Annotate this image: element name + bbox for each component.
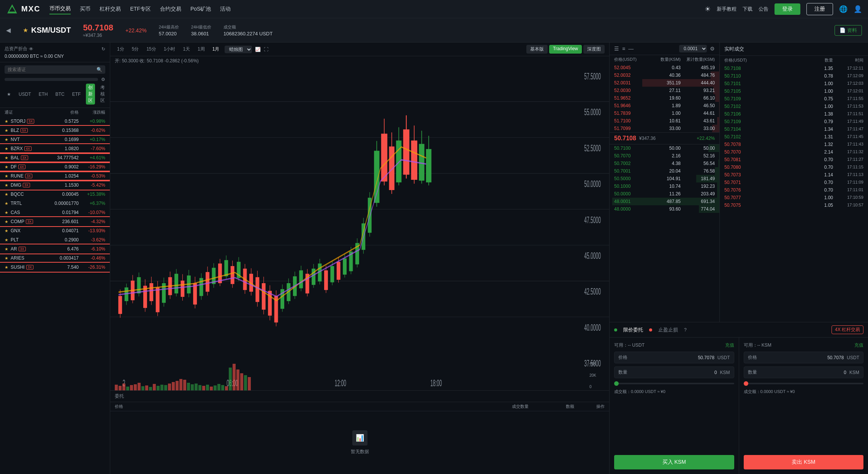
- list-item[interactable]: ★ GNX 0.04071 -13.93%: [0, 226, 110, 235]
- buy-order-row[interactable]: 50.0000 11.26 203.49: [610, 190, 719, 198]
- buy-order-row[interactable]: 50.7070 2.16 52.16: [610, 152, 719, 160]
- leverage-btn[interactable]: 4X 杠杆交易: [832, 325, 863, 334]
- nav-link-coin[interactable]: 币币交易: [49, 4, 71, 14]
- buy-order-row[interactable]: 50.7001 20.04 76.58: [610, 167, 719, 175]
- sidebar-tab-star[interactable]: ★: [5, 91, 13, 98]
- star-icon[interactable]: ★: [5, 155, 8, 160]
- star-icon[interactable]: ★: [5, 192, 8, 197]
- list-item[interactable]: ★ DMG 3X 1.1530 -5.42%: [0, 181, 110, 190]
- star-icon[interactable]: ★: [5, 210, 8, 215]
- nav-download[interactable]: 下载: [743, 6, 752, 13]
- sell-order-row[interactable]: 51.7099 33.00 33.00: [610, 125, 719, 132]
- ob-icon-half[interactable]: ≡: [622, 46, 625, 52]
- search-input[interactable]: [8, 67, 94, 72]
- sidebar-tab-etf[interactable]: ETF: [70, 91, 83, 98]
- nav-link-etf[interactable]: ETF专区: [130, 4, 150, 14]
- chart-expand-icon[interactable]: ⛶: [264, 47, 268, 52]
- ob-filter-select[interactable]: 0.0001: [679, 45, 707, 52]
- stop-loss-help-icon[interactable]: ?: [684, 327, 687, 333]
- buy-order-row[interactable]: 50.7100 50.00 50.00: [610, 144, 719, 152]
- sell-price-input[interactable]: 价格 50.7078 USDT: [744, 352, 864, 363]
- star-icon[interactable]: ★: [5, 137, 8, 142]
- back-arrow-icon[interactable]: ◀: [6, 27, 11, 34]
- time-btn-1h[interactable]: 1小时: [162, 45, 178, 53]
- chart-type-select[interactable]: 蜡烛图: [225, 46, 252, 53]
- star-icon[interactable]: ★: [5, 256, 8, 261]
- list-item[interactable]: ★ CAS 0.01794 -10.07%: [0, 208, 110, 217]
- nav-tutorial[interactable]: 新手教程: [717, 6, 737, 13]
- list-item[interactable]: ★ COMP 3X 236.601 -4.32%: [0, 217, 110, 226]
- ticker-star-icon[interactable]: ★: [23, 27, 28, 34]
- view-btn-basic[interactable]: 基本版: [526, 45, 548, 54]
- sell-order-row[interactable]: 52.0032 40.36 484.76: [610, 71, 719, 79]
- sell-order-row[interactable]: 52.0030 27.11 93.21: [610, 87, 719, 94]
- login-button[interactable]: 登录: [775, 3, 800, 15]
- star-icon[interactable]: ★: [5, 119, 8, 124]
- nav-link-margin[interactable]: 杠杆交易: [100, 4, 121, 14]
- ob-settings-icon[interactable]: ⚙: [710, 46, 715, 52]
- list-item[interactable]: ★ BLZ 5X 0.15368 -0.62%: [0, 126, 110, 135]
- list-item[interactable]: ★ AR 3X 6.476 -6.10%: [0, 244, 110, 254]
- time-btn-5m[interactable]: 5分: [130, 45, 141, 53]
- list-item[interactable]: ★ NVT 0.1699 +0.17%: [0, 135, 110, 144]
- sell-order-row[interactable]: 51.7839 1.00 44.61: [610, 109, 719, 117]
- star-icon[interactable]: ★: [5, 165, 8, 170]
- eye-icon[interactable]: 👁: [29, 46, 33, 52]
- sell-order-row[interactable]: 51.7100 10.61 43.61: [610, 117, 719, 125]
- time-btn-1w[interactable]: 1周: [195, 45, 207, 53]
- sell-order-row[interactable]: 51.9646 1.89 46.50: [610, 102, 719, 109]
- list-item[interactable]: ★ BAL 3X 34.777542 +4.61%: [0, 153, 110, 162]
- buy-price-input[interactable]: 价格 50.7078 USDT: [614, 352, 734, 363]
- star-icon[interactable]: ★: [5, 174, 8, 179]
- list-item[interactable]: ★ STORJ 5X 0.5725 +0.98%: [0, 117, 110, 126]
- view-btn-tv[interactable]: TradingView: [549, 45, 582, 54]
- sidebar-tab-btc[interactable]: BTC: [53, 91, 67, 98]
- list-item[interactable]: ★ PLT 0.2900 -3.62%: [0, 235, 110, 244]
- time-btn-1d[interactable]: 1天: [181, 45, 192, 53]
- nav-link-futures[interactable]: 合约交易: [160, 4, 181, 14]
- charge-usdt-link[interactable]: 充值: [725, 342, 734, 349]
- sell-order-row[interactable]: 52.0045 0.43 485.19: [610, 64, 719, 71]
- star-icon[interactable]: ★: [5, 228, 8, 233]
- ticker-info-button[interactable]: 📄 资料: [835, 25, 862, 36]
- star-icon[interactable]: ★: [5, 238, 8, 243]
- sell-order-row[interactable]: 52.0031 351.19 444.40: [610, 79, 719, 87]
- sidebar-settings-icon[interactable]: ⚙: [101, 77, 105, 82]
- sidebar-tab-usdt[interactable]: USDT: [16, 91, 33, 98]
- buy-order-row[interactable]: 48.0001 487.85 691.34: [610, 198, 719, 205]
- star-icon[interactable]: ★: [5, 247, 8, 252]
- list-item[interactable]: ★ TRTL 0.00001770 +6.37%: [0, 199, 110, 208]
- buy-order-row[interactable]: 50.1000 10.74 192.23: [610, 182, 719, 190]
- sidebar-tab-eth[interactable]: ETH: [36, 91, 50, 98]
- nav-link-pos[interactable]: PoS矿池: [190, 4, 211, 14]
- sun-icon[interactable]: ☀: [705, 5, 711, 13]
- star-icon[interactable]: ★: [5, 183, 8, 188]
- register-button[interactable]: 注册: [806, 3, 833, 15]
- time-btn-15m[interactable]: 15分: [144, 45, 158, 53]
- sidebar-tab-review[interactable]: 考核区: [98, 84, 107, 105]
- nav-link-activity[interactable]: 活动: [220, 4, 231, 14]
- sell-button[interactable]: 卖出 KSM: [744, 455, 864, 469]
- time-btn-1m[interactable]: 1分: [115, 45, 127, 53]
- sidebar-refresh-icon[interactable]: ↻: [101, 46, 105, 52]
- star-icon[interactable]: ★: [5, 146, 8, 151]
- buy-qty-input[interactable]: 数量 0 KSM: [614, 366, 734, 378]
- list-item[interactable]: ★ BZRX 4X 1.0820 -7.60%: [0, 144, 110, 153]
- sell-qty-input[interactable]: 数量 0 KSM: [744, 366, 864, 378]
- buy-order-row[interactable]: 48.0000 93.60 774.04: [610, 205, 719, 213]
- list-item[interactable]: ★ ARIES 0.003417 -0.46%: [0, 254, 110, 263]
- star-icon[interactable]: ★: [5, 219, 8, 224]
- sell-order-row[interactable]: 51.9652 19.60 66.10: [610, 94, 719, 102]
- view-btn-depth[interactable]: 深度图: [583, 45, 605, 54]
- star-icon[interactable]: ★: [5, 265, 8, 270]
- stop-loss-btn[interactable]: 止盈止损: [658, 327, 678, 333]
- time-btn-1mo[interactable]: 1月: [210, 45, 222, 53]
- buy-order-row[interactable]: 50.7002 4.38 56.54: [610, 160, 719, 167]
- ob-icon-full[interactable]: ☰: [614, 46, 619, 52]
- list-item[interactable]: ★ RUNE 3X 1.0254 -0.53%: [0, 171, 110, 181]
- list-item[interactable]: ★ DF 4X 0.9002 -16.29%: [0, 162, 110, 171]
- sell-slider[interactable]: [744, 381, 864, 386]
- chart-line-icon[interactable]: 📈: [255, 47, 261, 52]
- buy-order-row[interactable]: 50.5000 104.91 181.49: [610, 175, 719, 182]
- nav-notice[interactable]: 公告: [759, 6, 768, 13]
